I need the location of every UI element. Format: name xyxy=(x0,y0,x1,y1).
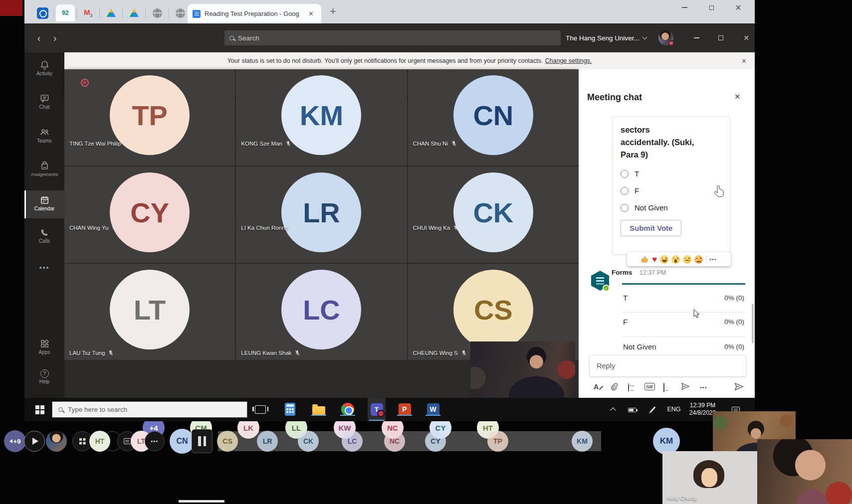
battery-tray-icon[interactable] xyxy=(625,402,639,416)
browser-close-button[interactable]: ✕ xyxy=(727,0,750,15)
avatar[interactable]: NC xyxy=(384,431,405,452)
avatar[interactable]: CN xyxy=(170,429,195,454)
pinned-tab-92[interactable]: 92 xyxy=(55,4,75,21)
avatar[interactable]: TP xyxy=(487,431,508,452)
teams-minimize-button[interactable] xyxy=(688,23,705,52)
avatar[interactable] xyxy=(46,431,67,452)
gif-button[interactable]: GIF xyxy=(644,383,655,390)
task-view-button[interactable] xyxy=(253,402,267,416)
participant-tile[interactable]: TP TING Tze Wai Philip xyxy=(64,69,235,166)
reaction-laugh-icon[interactable] xyxy=(660,255,668,264)
start-button[interactable] xyxy=(35,405,44,414)
format-button[interactable]: A xyxy=(594,383,599,391)
emoji-icon xyxy=(628,383,629,392)
reaction-angry-icon[interactable] xyxy=(694,255,703,264)
video-progress-segment[interactable] xyxy=(179,500,224,503)
pinned-tab-media[interactable] xyxy=(32,4,52,21)
participant-tile[interactable]: KM KONG Sze Man xyxy=(236,69,407,166)
rail-more-button[interactable]: ••• xyxy=(24,264,64,272)
forward-button[interactable]: › xyxy=(47,23,62,52)
sidebar-item-calls[interactable]: Calls xyxy=(24,228,64,244)
pinned-tab-drive-1[interactable] xyxy=(101,4,121,21)
search-input[interactable] xyxy=(238,34,536,42)
pause-button[interactable] xyxy=(192,429,213,453)
sidebar-item-help[interactable]: ? Help xyxy=(24,369,64,384)
file-explorer-button[interactable] xyxy=(312,402,326,416)
poll-option-t[interactable]: T xyxy=(621,169,722,178)
sidebar-item-activity[interactable]: Activity xyxy=(24,60,64,76)
overflow-count-avatar[interactable]: +9 xyxy=(4,430,26,452)
avatar[interactable]: LC xyxy=(342,431,363,452)
participant-tile[interactable]: LC LEUNG Kwan Shak xyxy=(236,264,407,360)
avatar[interactable]: LR xyxy=(257,431,278,452)
poll-option-f[interactable]: F xyxy=(621,186,722,195)
avatar[interactable]: CK xyxy=(298,431,319,452)
strip-more-button[interactable]: ••• xyxy=(145,431,165,451)
reaction-sad-icon[interactable] xyxy=(683,255,691,264)
sidebar-item-teams[interactable]: Teams xyxy=(24,128,64,144)
reply-box[interactable] xyxy=(589,355,746,377)
calculator-button[interactable] xyxy=(283,402,297,416)
sidebar-item-calendar[interactable]: Calendar xyxy=(24,195,64,211)
tab-close-icon[interactable]: ✕ xyxy=(308,10,314,17)
reaction-heart-icon[interactable]: ♥ xyxy=(652,255,657,264)
avatar[interactable]: KM xyxy=(572,431,593,452)
participant-tile[interactable]: LT LAU Tsz Tung xyxy=(64,264,235,360)
emoji-button[interactable] xyxy=(628,383,629,392)
chat-scrollbar[interactable] xyxy=(752,304,754,343)
reply-input[interactable] xyxy=(597,362,734,370)
reaction-like-icon[interactable] xyxy=(641,255,649,263)
new-tab-button[interactable]: + xyxy=(330,6,336,16)
poll-option-not-given[interactable]: Not Given xyxy=(621,203,722,212)
browser-maximize-button[interactable] xyxy=(700,0,723,15)
submit-vote-button[interactable]: Submit Vote xyxy=(621,220,681,236)
radio-icon[interactable] xyxy=(621,187,629,195)
avatar[interactable]: CY xyxy=(425,431,446,452)
word-button[interactable]: W xyxy=(426,402,440,416)
self-video-tile[interactable] xyxy=(470,341,575,398)
sidebar-item-assignments[interactable]: Assignments xyxy=(24,161,64,177)
avatar[interactable]: KM xyxy=(653,428,680,455)
avatar[interactable]: CS xyxy=(217,431,238,452)
taskbar-search-input[interactable] xyxy=(68,406,228,413)
sticker-button[interactable] xyxy=(663,383,664,392)
sidebar-item-apps[interactable]: Apps xyxy=(24,339,64,355)
pinned-tab-web-2[interactable] xyxy=(170,4,190,21)
browser-minimize-button[interactable] xyxy=(673,0,696,15)
sidebar-item-chat[interactable]: Chat xyxy=(24,94,64,110)
teams-search-bar[interactable] xyxy=(224,30,561,45)
chat-close-icon[interactable]: ✕ xyxy=(734,92,741,101)
pinned-tab-web-1[interactable] xyxy=(147,4,167,21)
attach-button[interactable] xyxy=(610,382,618,393)
banner-close-icon[interactable]: ✕ xyxy=(741,57,747,65)
teams-taskbar-button[interactable]: T xyxy=(368,398,386,421)
participant-tile[interactable]: CN CHAN Shu Ni xyxy=(408,69,579,166)
radio-icon[interactable] xyxy=(621,204,629,212)
change-settings-link[interactable]: Change settings. xyxy=(545,57,592,64)
compose-more-icon[interactable]: ••• xyxy=(700,384,707,390)
share-to-meeting-button[interactable] xyxy=(681,382,690,392)
send-button[interactable] xyxy=(734,382,744,393)
pinned-tab-drive-2[interactable] xyxy=(124,4,144,21)
play-button[interactable] xyxy=(24,431,45,452)
tray-expand-button[interactable] xyxy=(606,402,620,416)
taskbar-search[interactable] xyxy=(52,401,247,418)
powerpoint-button[interactable]: P xyxy=(398,402,412,416)
teams-close-button[interactable]: ✕ xyxy=(738,23,755,52)
participant-tile[interactable]: CK CHUI Wing Ka xyxy=(408,167,579,263)
reaction-more-icon[interactable]: ••• xyxy=(709,256,717,262)
radio-icon[interactable] xyxy=(621,170,629,178)
participant-tile[interactable]: CY CHAN Wing Yu xyxy=(64,167,235,263)
pinned-tab-gmail[interactable]: M2 xyxy=(78,4,98,21)
participant-tile[interactable]: LR LI Ka Chun Ronny xyxy=(236,167,407,263)
avatar: CS xyxy=(453,270,533,349)
chrome-button[interactable] xyxy=(341,402,355,416)
back-button[interactable]: ‹ xyxy=(31,23,46,52)
profile-button[interactable] xyxy=(658,30,673,45)
teams-maximize-button[interactable] xyxy=(712,23,729,52)
active-tab[interactable]: Reading Test Preparation - Goog ✕ xyxy=(188,4,321,23)
language-indicator[interactable]: ENG xyxy=(665,402,682,416)
tenant-switcher[interactable]: The Hang Seng Univer... xyxy=(566,23,646,52)
pen-tray-icon[interactable] xyxy=(645,402,659,416)
reaction-surprised-icon[interactable] xyxy=(671,255,680,264)
